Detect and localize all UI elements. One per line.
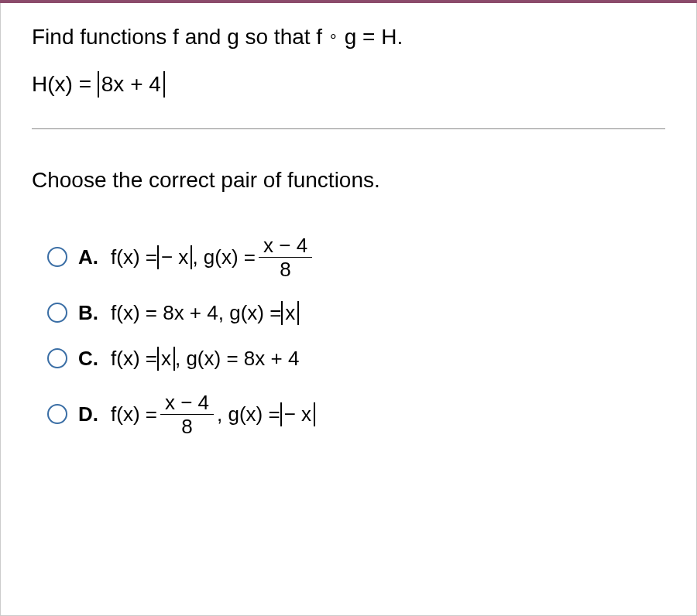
formula-lhs: H(x) = <box>32 72 98 96</box>
radio-d[interactable] <box>47 404 67 424</box>
question-prompt: Find functions f and g so that f ∘ g = H… <box>32 25 665 50</box>
prompt-text-prefix: Find functions f and g so that f <box>32 25 328 49</box>
option-d: D. f(x) = x − 48, g(x) = − x <box>47 392 665 436</box>
option-d-label: D. <box>78 402 100 426</box>
option-a-fraction: x − 48 <box>259 235 312 279</box>
abs-value: 8x + 4 <box>98 71 165 98</box>
option-d-content: f(x) = x − 48, g(x) = − x <box>111 392 315 436</box>
option-b-f-text: f(x) = 8x + 4, g(x) = <box>111 301 281 325</box>
option-c: C. f(x) = x , g(x) = 8x + 4 <box>47 347 665 371</box>
option-b-content: f(x) = 8x + 4, g(x) = x <box>111 301 299 325</box>
h-formula: H(x) = 8x + 4 <box>32 71 665 98</box>
abs-inner: 8x + 4 <box>101 72 161 96</box>
answer-options: A. f(x) = − x , g(x) = x − 48 B. f(x) = … <box>32 235 665 436</box>
radio-a[interactable] <box>47 247 67 267</box>
abs-value: − x <box>280 402 315 426</box>
option-a-content: f(x) = − x , g(x) = x − 48 <box>111 235 315 279</box>
option-c-f-abs: x <box>161 347 171 370</box>
option-b: B. f(x) = 8x + 4, g(x) = x <box>47 301 665 325</box>
radio-b[interactable] <box>47 303 67 323</box>
abs-value: x <box>157 347 175 371</box>
option-a-separator: , g(x) = <box>192 245 256 269</box>
option-a-label: A. <box>78 245 100 269</box>
option-d-separator: , g(x) = <box>217 402 280 426</box>
option-c-f-prefix: f(x) = <box>111 347 157 371</box>
instruction-text: Choose the correct pair of functions. <box>32 168 665 193</box>
option-a-f-abs: − x <box>161 245 188 269</box>
prompt-text-suffix: g = H. <box>338 25 403 49</box>
abs-value: x <box>281 301 299 325</box>
option-d-fraction: x − 48 <box>160 392 214 436</box>
option-d-frac-den: 8 <box>177 415 197 436</box>
question-container: Find functions f and g so that f ∘ g = H… <box>0 3 697 616</box>
option-b-label: B. <box>78 301 100 325</box>
abs-value: − x <box>157 245 192 269</box>
option-a-f-prefix: f(x) = <box>111 245 157 269</box>
option-a-frac-den: 8 <box>275 258 295 279</box>
option-b-g-abs: x <box>285 301 295 324</box>
radio-c[interactable] <box>47 348 67 368</box>
option-c-label: C. <box>78 347 100 371</box>
option-d-frac-num: x − 4 <box>160 392 214 415</box>
option-c-content: f(x) = x , g(x) = 8x + 4 <box>111 347 299 371</box>
composition-symbol: ∘ <box>328 28 338 45</box>
divider-line <box>32 128 665 129</box>
option-a-frac-num: x − 4 <box>259 235 312 258</box>
option-c-separator: , g(x) = 8x + 4 <box>175 347 299 371</box>
option-a: A. f(x) = − x , g(x) = x − 48 <box>47 235 665 279</box>
option-d-g-abs: − x <box>284 402 311 426</box>
option-d-f-prefix: f(x) = <box>111 402 157 426</box>
